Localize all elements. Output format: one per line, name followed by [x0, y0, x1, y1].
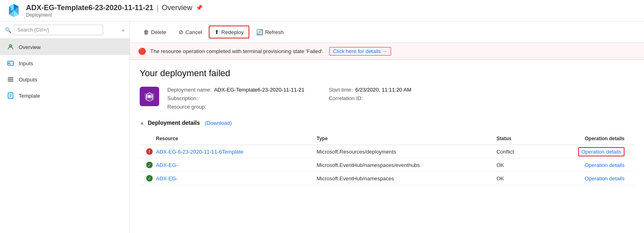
- resource-link[interactable]: ADX-EG-6-23-2020-11-11-6Template: [156, 149, 243, 155]
- field-col-right: Start time: 6/23/2020, 11:11:20 AM Corre…: [329, 87, 411, 110]
- redeploy-icon: ⬆: [214, 29, 219, 35]
- sidebar: 🔍 « Overview: [0, 21, 130, 233]
- op-details-link[interactable]: Operation details: [578, 147, 625, 156]
- delete-label: Delete: [151, 29, 166, 35]
- row-status-ok-icon: ✓: [146, 175, 153, 182]
- op-details-link[interactable]: Operation details: [585, 162, 625, 168]
- pin-icon[interactable]: 📌: [196, 4, 203, 11]
- cell-status: OK: [490, 158, 538, 172]
- sidebar-item-overview[interactable]: Overview: [0, 39, 130, 55]
- field-row-subscription: Subscription:: [167, 95, 305, 101]
- redeploy-label: Redeploy: [221, 29, 244, 35]
- delete-button[interactable]: 🗑 Delete: [138, 26, 172, 38]
- content-area: 🗑 Delete ⊘ Cancel ⬆ Redeploy 🔄 Refresh 🔴…: [130, 21, 644, 233]
- sidebar-item-template[interactable]: Template: [0, 88, 130, 104]
- refresh-label: Refresh: [265, 29, 284, 35]
- download-link[interactable]: (Download): [205, 120, 231, 126]
- header: ADX-EG-Template6-23-2020-11-11-21 | Over…: [0, 0, 644, 21]
- alert-banner: 🔴 The resource operation completed with …: [130, 43, 644, 60]
- cell-op-details: Operation details: [537, 158, 634, 172]
- svg-rect-21: [148, 95, 151, 98]
- deployment-content: Your deployment failed Deployment name:: [130, 60, 644, 233]
- field-col-left: Deployment name: ADX-EG-Template6-23-202…: [167, 87, 305, 110]
- inputs-icon: [6, 59, 15, 67]
- svg-rect-8: [12, 7, 13, 9]
- col-op-details: Operation details: [537, 133, 634, 145]
- deployment-title: Your deployment failed: [140, 68, 634, 79]
- op-details-link[interactable]: Operation details: [585, 175, 625, 182]
- header-separator: |: [157, 4, 159, 12]
- cell-type: Microsoft.Resources/deployments: [310, 145, 490, 158]
- resource-link[interactable]: ADX-EG-: [156, 175, 178, 182]
- alert-error-icon: 🔴: [138, 47, 146, 55]
- toolbar: 🗑 Delete ⊘ Cancel ⬆ Redeploy 🔄 Refresh: [130, 21, 644, 43]
- col-resource: Resource: [140, 133, 310, 145]
- cell-status: Conflict: [490, 145, 538, 158]
- svg-rect-14: [8, 81, 13, 81]
- svg-point-10: [10, 45, 11, 47]
- alert-details-link[interactable]: Click here for details →: [329, 47, 391, 56]
- header-page: Overview: [162, 4, 192, 12]
- template-icon: [6, 92, 15, 100]
- col-status: Status: [490, 133, 538, 145]
- search-icon: 🔍: [5, 27, 11, 33]
- redeploy-button[interactable]: ⬆ Redeploy: [209, 26, 249, 38]
- cancel-label: Cancel: [186, 29, 202, 35]
- cancel-icon: ⊘: [179, 29, 184, 35]
- cell-resource: ✓ ADX-EG-: [140, 158, 310, 172]
- svg-rect-13: [8, 79, 13, 80]
- field-row-start-time: Start time: 6/23/2020, 11:11:20 AM: [329, 87, 411, 93]
- sidebar-item-outputs[interactable]: Outputs: [0, 71, 130, 88]
- sidebar-nav: Overview Inputs: [0, 39, 130, 104]
- cell-op-details: Operation details: [537, 172, 634, 185]
- deployment-resource-icon: [140, 87, 159, 106]
- cell-op-details: Operation details: [537, 145, 634, 158]
- table-header-row: Resource Type Status Operation details: [140, 133, 634, 145]
- sidebar-item-template-label: Template: [19, 93, 40, 99]
- row-status-ok-icon: ✓: [146, 162, 153, 168]
- sidebar-item-inputs[interactable]: Inputs: [0, 55, 130, 71]
- header-subtitle: Deployment: [26, 12, 203, 18]
- cell-resource: ✓ ADX-EG-: [140, 172, 310, 185]
- refresh-icon: 🔄: [256, 29, 263, 35]
- field-row-correlation: Correlation ID:: [329, 95, 411, 101]
- details-heading: Deployment details: [148, 120, 200, 126]
- sidebar-item-inputs-label: Inputs: [19, 60, 33, 66]
- sidebar-item-overview-label: Overview: [19, 44, 41, 50]
- outputs-icon: [6, 75, 15, 83]
- details-section: ▲ Deployment details (Download) Resource…: [140, 120, 634, 185]
- table-row: ✓ ADX-EG- Microsoft.EventHub/namespaces/…: [140, 158, 634, 172]
- deployment-info: Deployment name: ADX-EG-Template6-23-202…: [140, 87, 634, 110]
- svg-rect-7: [11, 9, 12, 11]
- cell-status: OK: [490, 172, 538, 185]
- table-row: ✓ ADX-EG- Microsoft.EventHub/namespaces …: [140, 172, 634, 185]
- table-row: ! ADX-EG-6-23-2020-11-11-6Template Micro…: [140, 145, 634, 158]
- cell-resource: ! ADX-EG-6-23-2020-11-11-6Template: [140, 145, 310, 158]
- collapse-icon[interactable]: ▲: [140, 120, 145, 126]
- sidebar-collapse-button[interactable]: «: [122, 27, 125, 33]
- resource-link[interactable]: ADX-EG-: [156, 162, 178, 168]
- alert-text: The resource operation completed with te…: [150, 48, 324, 54]
- sidebar-item-outputs-label: Outputs: [19, 77, 37, 83]
- cancel-button[interactable]: ⊘ Cancel: [173, 26, 207, 38]
- overview-icon: [6, 43, 15, 51]
- row-status-error-icon: !: [146, 148, 153, 155]
- azure-logo: [6, 3, 21, 18]
- cell-type: Microsoft.EventHub/namespaces/eventhubs: [310, 158, 490, 172]
- refresh-button[interactable]: 🔄 Refresh: [251, 26, 289, 38]
- search-input[interactable]: [14, 25, 103, 35]
- header-text-block: ADX-EG-Template6-23-2020-11-11-21 | Over…: [26, 4, 203, 18]
- col-type: Type: [310, 133, 490, 145]
- field-row-name: Deployment name: ADX-EG-Template6-23-202…: [167, 87, 305, 93]
- cell-type: Microsoft.EventHub/namespaces: [310, 172, 490, 185]
- details-header: ▲ Deployment details (Download): [140, 120, 634, 126]
- details-table: Resource Type Status Operation details !…: [140, 133, 634, 185]
- field-row-resource-group: Resource group:: [167, 104, 305, 110]
- delete-icon: 🗑: [143, 29, 149, 35]
- sidebar-search-bar: 🔍 «: [0, 21, 130, 39]
- deployment-fields: Deployment name: ADX-EG-Template6-23-202…: [167, 87, 411, 110]
- header-title: ADX-EG-Template6-23-2020-11-11-21: [26, 4, 153, 12]
- svg-rect-12: [8, 77, 13, 78]
